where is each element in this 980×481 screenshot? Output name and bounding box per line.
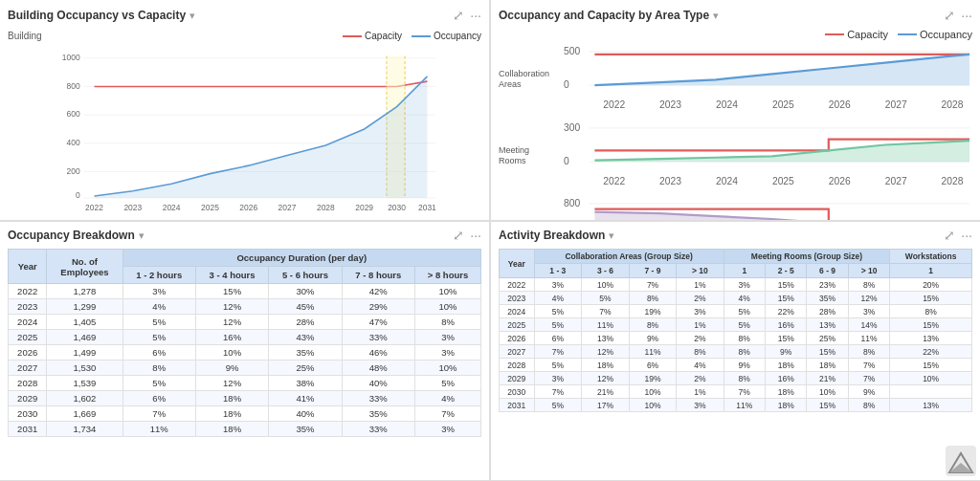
th-8plus: > 8 hours (414, 267, 480, 284)
cell-activity: 7% (534, 385, 582, 399)
table-row: 20277%12%11%8%8%9%15%8%22% (500, 345, 972, 359)
expand-icon-activity[interactable]: ⤢ (944, 228, 955, 243)
cell-duration: 3% (122, 284, 195, 299)
cell-activity: 35% (807, 292, 848, 305)
svg-text:2025: 2025 (772, 175, 794, 186)
table-row: 20266%13%9%2%8%15%25%11%13% (500, 332, 972, 345)
cell-activity: 25% (807, 332, 848, 345)
more-icon-area[interactable]: ··· (961, 8, 972, 23)
panel-controls-building: ⤢ ··· (453, 8, 481, 23)
act-th-10plus: > 10 (677, 264, 724, 278)
dropdown-arrow-building[interactable]: ▾ (189, 10, 195, 22)
cell-duration: 43% (269, 330, 342, 345)
cell-activity: 2023 (500, 292, 535, 305)
cell-activity: 15% (765, 332, 806, 345)
th-year: Year (9, 250, 47, 284)
cell-duration: 8% (414, 315, 480, 330)
cell-activity: 3% (724, 278, 765, 292)
dropdown-arrow-area[interactable]: ▾ (713, 10, 719, 22)
svg-text:2030: 2030 (388, 203, 406, 212)
cell-activity: 15% (890, 292, 972, 305)
cell-duration: 4% (122, 299, 195, 315)
occupancy-tbody: 20221,2783%15%30%42%10%20231,2994%12%45%… (9, 284, 481, 437)
more-icon-occupancy[interactable]: ··· (470, 228, 481, 243)
expand-icon-area[interactable]: ⤢ (944, 8, 955, 23)
cell-year: 2027 (9, 361, 47, 376)
area-legend-dot-occupancy (898, 33, 917, 35)
dropdown-arrow-activity[interactable]: ▾ (609, 230, 614, 242)
table-row: 20223%10%7%1%3%15%23%8%20% (500, 278, 972, 292)
cell-duration: 6% (122, 345, 195, 361)
area-legend: Capacity Occupancy (499, 29, 972, 40)
act-th-meeting: Meeting Rooms (Group Size) (724, 250, 890, 264)
area-legend-dot-capacity (825, 33, 844, 35)
table-row: 20315%17%10%3%11%18%15%8%13% (500, 399, 972, 412)
expand-icon-building[interactable]: ⤢ (453, 8, 464, 23)
cell-year: 2026 (9, 345, 47, 361)
cell-activity: 8% (724, 332, 765, 345)
th-employees: No. ofEmployees (47, 250, 122, 284)
table-row: 20293%12%19%2%8%16%21%7%10% (500, 372, 972, 385)
cell-duration: 38% (269, 376, 342, 391)
cell-activity: 1% (677, 318, 724, 332)
cell-activity: 8% (629, 292, 677, 305)
cell-activity: 3% (534, 372, 582, 385)
svg-text:2028: 2028 (317, 203, 335, 212)
occupancy-header-row-1: Year No. ofEmployees Occupancy Duration … (9, 250, 481, 267)
cell-activity: 18% (765, 359, 806, 372)
act-th-6-9: 6 - 9 (807, 264, 848, 278)
cell-activity: 12% (582, 372, 630, 385)
cell-activity: 15% (807, 345, 848, 359)
cell-duration: 30% (269, 284, 342, 299)
cell-activity: 22% (890, 345, 972, 359)
area-legend-label-occupancy: Occupancy (920, 29, 972, 40)
cell-duration: 40% (269, 406, 342, 422)
svg-text:2023: 2023 (659, 99, 681, 110)
svg-text:2029: 2029 (355, 203, 373, 212)
workstation-chart-row: Workstations 800 0 2022 2023 2024 2025 2… (499, 194, 972, 220)
panel-title-area: Occupancy and Capacity by Area Type (499, 9, 709, 22)
cell-year: 2022 (9, 284, 47, 299)
cell-activity: 20% (890, 278, 972, 292)
svg-text:2031: 2031 (418, 203, 436, 212)
cell-activity: 12% (848, 292, 889, 305)
panel-header-top-right: Occupancy and Capacity by Area Type ▾ ⤢ … (499, 8, 972, 23)
cell-activity: 1% (677, 278, 724, 292)
cell-duration: 18% (195, 406, 268, 422)
panel-controls-activity: ⤢ ··· (944, 228, 972, 243)
cell-activity: 8% (724, 345, 765, 359)
svg-text:500: 500 (564, 46, 580, 56)
more-icon-activity[interactable]: ··· (961, 228, 972, 243)
cell-activity: 2022 (500, 278, 535, 292)
expand-icon-occupancy[interactable]: ⤢ (453, 228, 464, 243)
svg-text:0: 0 (564, 156, 569, 166)
cell-activity: 15% (765, 278, 806, 292)
legend-occupancy: Occupancy (412, 31, 481, 41)
cell-activity: 4% (677, 359, 724, 372)
cell-activity: 10% (890, 372, 972, 385)
legend-label-capacity: Capacity (365, 31, 402, 41)
cell-employees: 1,669 (47, 406, 122, 422)
workstation-chart: 800 0 2022 2023 2024 2025 2026 2027 2028… (564, 194, 972, 220)
cell-duration: 10% (195, 345, 268, 361)
cell-activity: 16% (765, 318, 806, 332)
workstation-svg: 800 0 2022 2023 2024 2025 2026 2027 2028… (564, 194, 972, 220)
cell-activity: 8% (629, 318, 677, 332)
table-row: 20221,2783%15%30%42%10% (9, 284, 481, 299)
cell-duration: 48% (342, 361, 414, 376)
more-icon-building[interactable]: ··· (470, 8, 481, 23)
cell-duration: 35% (269, 345, 342, 361)
cell-activity: 15% (890, 318, 972, 332)
cell-activity: 3% (677, 305, 724, 318)
svg-text:2022: 2022 (85, 203, 103, 212)
building-legend: Capacity Occupancy (343, 31, 481, 41)
activity-table-container: Year Collaboration Areas (Group Size) Me… (499, 249, 972, 412)
cell-employees: 1,299 (47, 299, 122, 315)
dropdown-arrow-occupancy[interactable]: ▾ (139, 230, 145, 242)
cell-activity: 5% (534, 359, 582, 372)
cell-duration: 10% (414, 299, 480, 315)
cell-duration: 3% (414, 345, 480, 361)
cell-activity: 5% (534, 399, 582, 412)
cell-activity: 3% (534, 278, 582, 292)
activity-table: Year Collaboration Areas (Group Size) Me… (499, 249, 972, 412)
